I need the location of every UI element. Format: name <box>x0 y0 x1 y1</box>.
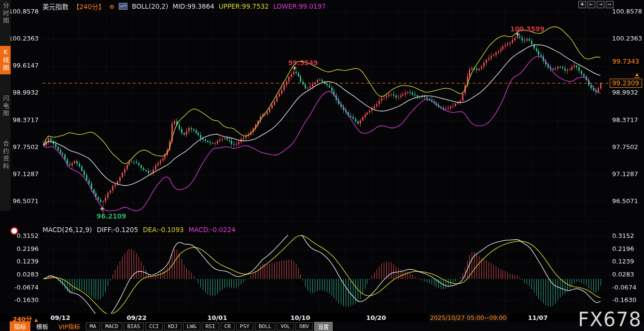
current-price-tag: 99.2309 <box>610 79 642 88</box>
macd-header: MACD(26,12,9) DIFF:-0.1205 DEA:-0.1093 M… <box>42 226 236 234</box>
boll-lower-value: LOWER:99.0197 <box>273 2 326 10</box>
macd-tick-right: -0.1630 <box>612 296 636 303</box>
indicator-button-vol[interactable]: VOL <box>277 322 294 331</box>
boll-label: BOLL(20,2) <box>132 2 168 10</box>
macd-tick-left: 0.2196 <box>0 245 39 252</box>
peak-marker-1: + <box>292 64 297 71</box>
macd-title: MACD(26,12,9) <box>42 226 92 234</box>
symbol-title: 美元指数 <box>42 1 69 11</box>
chart-canvas[interactable] <box>0 0 644 331</box>
price-tick-right: 97.7502 <box>612 143 638 151</box>
sidebar: 分时图K线图闪电图合约资料 <box>0 0 11 211</box>
macd-bar-value: MACD:-0.0224 <box>189 226 236 234</box>
indicator-button-lw[interactable]: LW& <box>183 322 200 331</box>
app-window: 分时图K线图闪电图合约资料 美元指数 【240分】 ⊕ BOLL(20,2) M… <box>0 0 644 331</box>
toolbar-tab[interactable]: 模板 <box>32 321 53 331</box>
sidebar-item-active[interactable]: K线图 <box>0 46 11 74</box>
indicator-button-boll[interactable]: BOLL <box>255 322 276 331</box>
macd-tick-right: 0.3152 <box>612 232 634 239</box>
indicator-button-psy[interactable]: PSY <box>236 322 253 331</box>
macd-tick-left: 0.3152 <box>0 232 39 239</box>
price-tick-right: 98.9932 <box>612 89 638 96</box>
date-tick: 09/22 <box>127 314 147 321</box>
macd-tick-right: -0.0674 <box>612 284 636 291</box>
prev-close-tag: 99.7343 <box>611 57 642 66</box>
price-tick-right: 97.1287 <box>612 170 638 178</box>
sidebar-item-tab[interactable]: 闪电图 <box>0 93 11 120</box>
indicator-button-rsi[interactable]: RSI <box>202 322 219 331</box>
indicator-toolbar: 指标模板VIP指标MAMACDBIASCCIKDJLW&RSICRPSYBOLL… <box>0 322 644 331</box>
indicator-button-obv[interactable]: OBV <box>295 322 313 331</box>
price-tick-right: 96.5071 <box>612 197 638 205</box>
price-tick-right: 100.8578 <box>612 8 642 15</box>
toolbar-tab[interactable]: VIP指标 <box>54 321 84 331</box>
toolbar-tab[interactable]: 指标 <box>10 321 30 331</box>
time-axis: 240分▲ 2025/10/27 05:00~09:00 — 09/1209/2… <box>0 314 644 322</box>
price-tick-right: 98.3717 <box>612 116 638 124</box>
macd-tick-left: -0.1630 <box>0 296 39 303</box>
boll-upper-value: UPPER:99.7532 <box>219 2 269 10</box>
fit-right-icon[interactable]: ⇥ <box>597 1 604 8</box>
date-tick: 10/01 <box>208 314 227 321</box>
date-tick: 09/12 <box>51 314 70 321</box>
peak-marker-2: + <box>515 30 520 38</box>
sidebar-item-tab[interactable]: 合约资料 <box>0 138 11 173</box>
settings-button[interactable]: 设置 <box>314 322 333 331</box>
macd-indicator-icon[interactable] <box>11 227 18 234</box>
indicator-button-ma[interactable]: MA <box>86 322 100 331</box>
pan-icon[interactable]: ✚ <box>578 1 586 8</box>
fit-left-icon[interactable]: ⇤ <box>588 1 595 8</box>
indicator-button-cr[interactable]: CR <box>221 322 235 331</box>
indicator-button-macd[interactable]: MACD <box>101 322 122 331</box>
shift-right-icon[interactable]: ↦ <box>606 1 614 8</box>
chart-header: 美元指数 【240分】 ⊕ BOLL(20,2) MID:99.3864 UPP… <box>42 1 326 11</box>
period-label: 【240分】 <box>73 1 105 11</box>
price-tick-right: 100.2363 <box>612 35 642 42</box>
macd-tick-left: 0.0283 <box>0 271 39 278</box>
indicator-button-kdj[interactable]: KDJ <box>164 322 182 331</box>
date-tick: 11/07 <box>528 314 548 321</box>
boll-mid-value: MID:99.3864 <box>172 2 214 10</box>
chart-tool-icons: ✚⇤⇥↦ <box>578 1 614 8</box>
date-tick: 10/20 <box>366 314 386 321</box>
macd-diff-value: DIFF:-0.1205 <box>97 226 139 234</box>
macd-tick-left: -0.0674 <box>0 284 39 291</box>
macd-dea-value: DEA:-0.1093 <box>143 226 184 234</box>
indicator-button-bias[interactable]: BIAS <box>124 322 144 331</box>
add-overlay-icon[interactable]: ⊕ <box>109 3 114 10</box>
low-marker: + <box>99 205 105 212</box>
kline-icon[interactable] <box>119 3 127 10</box>
macd-tick-right: 0.0283 <box>612 271 634 278</box>
macd-tick-right: 0.1239 <box>612 258 634 265</box>
price-up-arrow-icon: ▲ <box>634 72 640 78</box>
date-tick: 10/10 <box>291 314 310 321</box>
sidebar-item-tab[interactable]: 分时图 <box>0 0 11 28</box>
indicator-button-cci[interactable]: CCI <box>145 322 163 331</box>
low-annotation: 96.2109 <box>97 212 126 220</box>
macd-tick-right: 0.2196 <box>612 245 634 252</box>
hovered-bar-timestamp: 2025/10/27 05:00~09:00 — <box>429 314 508 322</box>
macd-tick-left: 0.1239 <box>0 258 39 265</box>
watermark: FX678 <box>578 308 642 331</box>
